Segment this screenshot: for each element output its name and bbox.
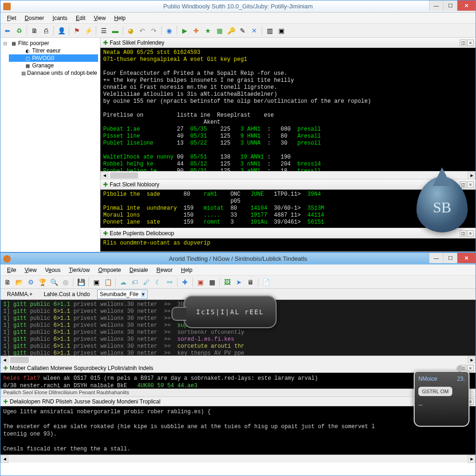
hscroll-2[interactable]: ◀ ▶ bbox=[0, 356, 476, 364]
window-icon[interactable]: ▣ bbox=[276, 26, 286, 36]
save-icon[interactable]: 💾 bbox=[76, 277, 86, 287]
pane-menu-icon[interactable]: ≡ bbox=[467, 230, 474, 237]
undo-icon[interactable]: ↶ bbox=[137, 26, 147, 36]
tab-lahle[interactable]: Lahle.Cost a Undo bbox=[40, 290, 93, 298]
mid-terminal[interactable]: heies flat? wleen ak OS17 015 (rm pels a… bbox=[0, 373, 476, 389]
notch-overlay: IcIS|I|AL rEEL bbox=[184, 296, 277, 328]
print-icon[interactable]: ⎙ bbox=[41, 26, 51, 36]
table-icon[interactable]: ▥ bbox=[264, 26, 275, 36]
menu-icants[interactable]: Icants bbox=[49, 14, 71, 22]
menu-view[interactable]: View bbox=[21, 266, 40, 274]
close-button[interactable] bbox=[457, 253, 476, 263]
doc-icon[interactable]: 🗎 bbox=[29, 26, 40, 36]
pie-icon[interactable]: ◕ bbox=[126, 26, 136, 36]
menu-flet[interactable]: FFletlet bbox=[3, 14, 20, 22]
menu-dosmer[interactable]: Dosmer bbox=[21, 14, 48, 22]
bot-pane-header[interactable]: ✚ Delaiiolopen RND Plisteh Jusrse Saudeo… bbox=[0, 397, 476, 406]
redo-icon[interactable]: ↷ bbox=[149, 26, 159, 36]
pane1-header[interactable]: ✚ Fast Slikel Fulnlendey ◫≡ bbox=[100, 38, 476, 48]
minimize-button[interactable] bbox=[429, 0, 443, 11]
menu-ompoete[interactable]: Ompoete bbox=[94, 266, 125, 274]
scroll-left-icon[interactable]: ◀ bbox=[0, 356, 8, 364]
globe-icon[interactable]: ◉ bbox=[164, 26, 174, 36]
card-button[interactable]: GSTRL OM bbox=[418, 387, 452, 396]
tree-item[interactable]: ▤Dannaoe units of ndopt-bele bbox=[9, 69, 98, 77]
grid-icon[interactable]: ▦ bbox=[214, 26, 225, 36]
bot-terminal[interactable]: Ugeo litte ansiratcal nobergorarlle prob… bbox=[0, 406, 476, 455]
bolt-icon[interactable]: ⚡ bbox=[83, 26, 93, 36]
menu-edit[interactable]: Edit bbox=[72, 14, 89, 22]
zoom-icon[interactable]: 🔍 bbox=[49, 277, 59, 287]
terminal-1[interactable]: Neata A00 65/25 stst 61624593 071-thuser… bbox=[100, 48, 476, 171]
flag-icon[interactable]: ⚑ bbox=[72, 26, 82, 36]
link-icon[interactable]: ⚯ bbox=[165, 277, 175, 287]
pane-menu-icon[interactable]: ≡ bbox=[467, 181, 474, 188]
pane-menu-icon[interactable]: ≡ bbox=[467, 365, 474, 371]
pane-menu-icon[interactable]: ≡ bbox=[467, 40, 474, 46]
titlebar-2[interactable]: Arorid Tindting / NGow / Sinitnobis/Lubl… bbox=[0, 253, 476, 264]
tree-item[interactable]: ▦Granage bbox=[9, 62, 98, 69]
gear-icon[interactable]: ⚙ bbox=[26, 277, 36, 287]
scroll-left-icon[interactable]: ◀ bbox=[100, 172, 108, 179]
tag-icon[interactable]: 🏷 bbox=[130, 277, 140, 287]
close-button[interactable] bbox=[457, 0, 476, 11]
play-icon[interactable]: ▶ bbox=[179, 26, 190, 36]
maximize-button[interactable] bbox=[443, 253, 457, 263]
menu-help[interactable]: Help bbox=[111, 14, 130, 22]
form-icon[interactable]: ▦ bbox=[207, 277, 217, 287]
float-card[interactable]: NMoice23. GSTRL OM – bbox=[414, 371, 469, 427]
mid-pane-header[interactable]: ✚ Mober Callatien Motenee Sopurobecky LP… bbox=[0, 364, 476, 373]
plus-icon: ✚ bbox=[103, 230, 108, 237]
scroll-right-icon[interactable]: ▶ bbox=[468, 455, 476, 463]
new-icon[interactable]: 🗎 bbox=[2, 277, 13, 287]
menu-tierkow[interactable]: Tierk/ow bbox=[65, 266, 93, 274]
star-icon[interactable]: ★ bbox=[203, 26, 213, 36]
scroll-thumb[interactable] bbox=[110, 172, 138, 178]
tree-item[interactable]: ◐Titrer eaeur bbox=[9, 47, 98, 54]
medal-icon[interactable]: ◎ bbox=[60, 277, 71, 287]
open-icon[interactable]: 📂 bbox=[14, 277, 24, 287]
key-icon[interactable]: 🔑 bbox=[226, 26, 236, 36]
tree-root[interactable]: ⊟▦ Flitc poorper bbox=[2, 40, 98, 47]
scroll-thumb[interactable] bbox=[10, 357, 29, 363]
panel-icon[interactable]: ▣ bbox=[91, 277, 101, 287]
tree-item[interactable]: ▢PAVOG0 bbox=[9, 54, 98, 62]
stop-icon[interactable]: ▣ bbox=[195, 277, 205, 287]
moon-icon[interactable]: ☾ bbox=[153, 277, 163, 287]
user-icon[interactable]: 👤 bbox=[56, 26, 66, 36]
back-icon[interactable]: ⬅ bbox=[2, 26, 13, 36]
terminal-3[interactable]: Rlis oundmnte-uotant as dupverip bbox=[100, 238, 476, 251]
maximize-button[interactable] bbox=[443, 0, 457, 11]
file-select[interactable]: Seunibade_File bbox=[97, 290, 147, 299]
menu-desiale[interactable]: Desiale bbox=[126, 266, 152, 274]
doc2-icon[interactable]: 📄 bbox=[261, 277, 271, 287]
pane-dup-icon[interactable]: ◫ bbox=[460, 40, 466, 46]
send-icon[interactable]: ➤ bbox=[234, 277, 244, 287]
tab-ramma[interactable]: RAMMA.+ bbox=[3, 290, 36, 298]
img-icon[interactable]: 🖼 bbox=[222, 277, 232, 287]
brush-icon[interactable]: 🖊 bbox=[141, 277, 152, 287]
copy-icon[interactable]: 📋 bbox=[103, 277, 113, 287]
add-icon[interactable]: ✚ bbox=[191, 26, 201, 36]
scroll-right-icon[interactable]: ▶ bbox=[468, 356, 476, 364]
delete-icon[interactable]: ✕ bbox=[249, 26, 259, 36]
scroll-right-icon[interactable]: ▶ bbox=[468, 172, 476, 179]
hscroll-3[interactable]: ◀ ▶ bbox=[0, 455, 476, 463]
menu-help[interactable]: Help bbox=[177, 266, 196, 274]
chart-icon[interactable]: ▬ bbox=[110, 26, 120, 36]
menu-rewor[interactable]: Rewor bbox=[153, 266, 177, 274]
list-icon[interactable]: ☰ bbox=[99, 26, 109, 36]
refresh-icon[interactable]: ♻ bbox=[14, 26, 24, 36]
titlebar[interactable]: Publio Windbooly Sulth 10.0_Gits/Juby: P… bbox=[0, 0, 476, 13]
menubar-2: Eile View Veous Tierk/ow Ompoete Desiale… bbox=[0, 264, 476, 276]
trophy-icon[interactable]: 🏆 bbox=[37, 277, 47, 287]
minimize-button[interactable] bbox=[429, 253, 443, 263]
cloud-icon[interactable]: ☁ bbox=[118, 277, 128, 287]
menu-file[interactable]: Eile bbox=[3, 266, 20, 274]
scroll-left-icon[interactable]: ◀ bbox=[0, 455, 8, 463]
menu-veous[interactable]: Veous bbox=[41, 266, 64, 274]
monitor-icon[interactable]: 🖥 bbox=[245, 277, 256, 287]
edit-icon[interactable]: ✎ bbox=[238, 26, 248, 36]
menu-view[interactable]: View bbox=[90, 14, 110, 22]
plus-icon[interactable]: ✚ bbox=[180, 277, 190, 287]
